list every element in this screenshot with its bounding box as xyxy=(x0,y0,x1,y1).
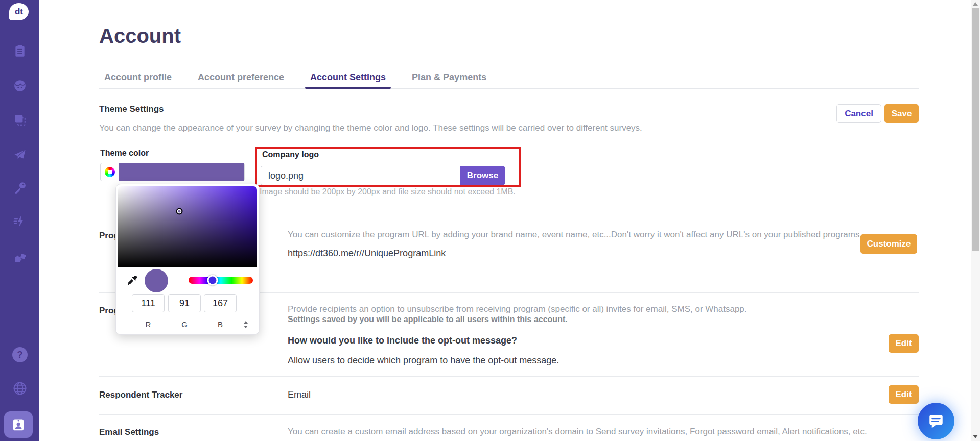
customize-button[interactable]: Customize xyxy=(860,234,917,254)
help-icon[interactable]: ? xyxy=(12,347,28,362)
hue-thumb[interactable] xyxy=(207,275,218,286)
program-url-description: You can customize the program URL by add… xyxy=(288,230,862,240)
access-key-icon[interactable] xyxy=(13,181,27,194)
company-logo-label: Company logo xyxy=(262,150,319,159)
page-title: Account xyxy=(99,24,181,47)
browse-button[interactable]: Browse xyxy=(460,166,505,185)
scrollbar-thumb[interactable] xyxy=(972,8,979,251)
email-settings-label: Email Settings xyxy=(99,427,159,437)
save-button[interactable]: Save xyxy=(884,104,919,123)
chat-fab-button[interactable] xyxy=(918,403,954,439)
hue-slider[interactable] xyxy=(189,277,253,284)
globe-icon[interactable] xyxy=(12,381,28,396)
red-label: R xyxy=(132,320,165,329)
tab-account-profile[interactable]: Account profile xyxy=(104,68,172,88)
color-picker-popup: R G B xyxy=(115,184,260,335)
account-settings-page: dt ? Account xyxy=(0,0,980,441)
integrations-puzzle-icon[interactable] xyxy=(13,250,27,263)
program-url-value: https://dt360.me/r//UniqueProgramLink xyxy=(288,248,446,259)
theme-color-swatch[interactable] xyxy=(100,163,245,181)
program-optout-note: Settings saved by you will be applicable… xyxy=(288,315,568,324)
theme-color-bar[interactable] xyxy=(119,163,244,181)
saturation-area[interactable] xyxy=(118,186,257,267)
company-logo-filename-input[interactable] xyxy=(261,166,460,185)
sidebar-item-account[interactable] xyxy=(4,411,33,438)
theme-settings-heading: Theme Settings xyxy=(99,104,164,114)
cancel-button[interactable]: Cancel xyxy=(836,104,881,123)
divider xyxy=(99,376,919,377)
saturation-cursor[interactable] xyxy=(176,208,182,214)
respondent-tracker-edit-button[interactable]: Edit xyxy=(889,385,919,404)
sidebar: dt ? xyxy=(0,0,39,441)
respondent-tracker-label: Respondent Tracker xyxy=(99,390,182,400)
blue-label: B xyxy=(204,320,237,329)
tab-plan-payments[interactable]: Plan & Payments xyxy=(412,68,486,88)
automation-flash-icon[interactable] xyxy=(13,215,27,228)
optout-question: How would you like to include the opt-ou… xyxy=(288,335,517,346)
red-value-input[interactable] xyxy=(132,294,165,312)
audience-face-icon[interactable] xyxy=(13,79,27,92)
logo-helper-text: Image should be 200px by 200px and file … xyxy=(260,187,516,197)
optout-answer: Allow users to decide which program to h… xyxy=(288,355,559,366)
selected-color-preview xyxy=(145,269,168,292)
tab-bar: Account profile Account preference Accou… xyxy=(99,68,919,89)
divider xyxy=(99,414,919,415)
tab-account-settings[interactable]: Account Settings xyxy=(310,68,386,88)
blue-value-input[interactable] xyxy=(204,294,237,312)
tab-account-preference[interactable]: Account preference xyxy=(198,68,284,88)
green-value-input[interactable] xyxy=(168,294,201,312)
theme-settings-description: You can change the appearance of your su… xyxy=(99,123,642,133)
scrollbar-down-arrow-icon[interactable] xyxy=(973,435,978,438)
theme-color-label: Theme color xyxy=(100,149,149,158)
green-label: G xyxy=(168,320,201,329)
respondent-tracker-value: Email xyxy=(288,389,311,400)
scrollbar xyxy=(971,0,980,441)
templates-copy-icon[interactable] xyxy=(13,113,27,127)
optout-edit-button[interactable]: Edit xyxy=(889,334,919,353)
eyedropper-icon[interactable] xyxy=(126,275,138,286)
surveys-clipboard-icon[interactable] xyxy=(13,44,27,58)
email-settings-description: You can create a custom email address ba… xyxy=(288,427,867,437)
svg-text:?: ? xyxy=(17,349,22,360)
scrollbar-up-arrow-icon[interactable] xyxy=(973,2,978,6)
program-optout-description: Provide recipients an option to unsubscr… xyxy=(288,304,747,314)
distribute-send-icon[interactable] xyxy=(13,148,27,161)
chat-bubble-icon xyxy=(927,412,945,430)
color-mode-toggle-icon[interactable] xyxy=(243,321,249,328)
dt-logo[interactable]: dt xyxy=(9,3,29,20)
color-wheel-icon[interactable] xyxy=(101,163,119,181)
